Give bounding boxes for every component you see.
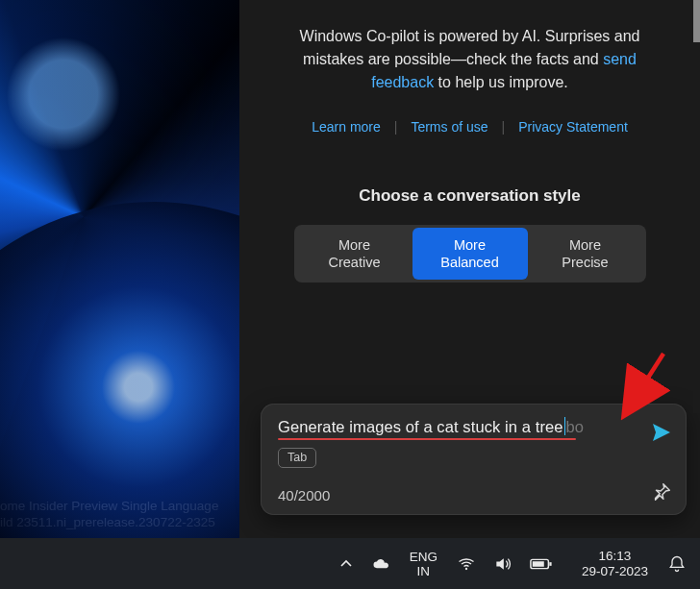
build-watermark: ome Insider Preview Single Language ild … [0, 498, 236, 530]
char-counter: 40/2000 [278, 487, 330, 503]
lang-bottom: IN [417, 564, 431, 578]
onedrive-tray-icon[interactable] [365, 545, 396, 583]
pin-button[interactable] [648, 479, 675, 505]
notifications-button[interactable] [662, 545, 692, 583]
cloud-icon [371, 554, 390, 574]
clock-tray[interactable]: 16:13 29-07-2023 [574, 545, 656, 583]
wifi-icon [457, 554, 476, 574]
tray-overflow-button[interactable] [333, 545, 360, 583]
copilot-panel: Windows Co-pilot is powered by AI. Surpr… [239, 0, 700, 538]
footer-links: Learn more | Terms of use | Privacy Stat… [239, 119, 700, 135]
style-label: More [569, 236, 601, 254]
style-label: More [338, 236, 370, 254]
style-creative-button[interactable]: More Creative [297, 228, 412, 280]
bell-icon [667, 554, 687, 574]
style-precise-button[interactable]: More Precise [528, 228, 643, 280]
conversation-style-group: More Creative More Balanced More Precise [294, 225, 646, 282]
style-label: Balanced [440, 254, 498, 271]
learn-more-link[interactable]: Learn more [298, 119, 394, 135]
prompt-input-text[interactable]: Generate images of a cat stuck in a tree [278, 417, 565, 436]
send-button[interactable] [648, 419, 675, 446]
volume-tray-icon[interactable] [488, 545, 518, 583]
style-balanced-button[interactable]: More Balanced [412, 228, 528, 280]
prompt-input-line[interactable]: Generate images of a cat stuck in a tree… [278, 417, 637, 440]
chevron-up-icon [338, 556, 354, 572]
svg-rect-4 [533, 561, 544, 567]
speaker-icon [493, 554, 512, 574]
pin-icon [651, 481, 672, 503]
scrollbar-thumb[interactable] [693, 0, 700, 42]
battery-tray-icon[interactable] [524, 545, 559, 583]
terms-link[interactable]: Terms of use [397, 119, 501, 135]
taskbar: ENG IN 16:13 29-07-2023 [0, 538, 700, 589]
tab-hint-chip: Tab [278, 448, 316, 468]
desktop-wallpaper: ome Insider Preview Single Language ild … [0, 0, 239, 538]
language-indicator[interactable]: ENG IN [402, 545, 445, 583]
battery-icon [530, 554, 553, 574]
clock-date: 29-07-2023 [582, 564, 648, 579]
svg-rect-3 [549, 562, 551, 566]
disclaimer-post: to help us improve. [434, 74, 568, 90]
prompt-input-value: Generate images of a cat stuck in a tree [278, 418, 563, 435]
svg-point-1 [465, 567, 467, 569]
style-label: More [454, 236, 486, 254]
clock-time: 16:13 [599, 549, 632, 564]
wifi-tray-icon[interactable] [451, 545, 482, 583]
prompt-input-box[interactable]: Generate images of a cat stuck in a tree… [261, 404, 687, 515]
ghost-suggestion-tail: bo [566, 418, 584, 435]
style-label: Creative [329, 254, 381, 271]
disclaimer-pre: Windows Co-pilot is powered by AI. Surpr… [300, 28, 640, 67]
watermark-line-2: ild 23511.ni_prerelease.230722-2325 [0, 514, 236, 530]
panel-scrollbar[interactable] [693, 0, 700, 413]
privacy-link[interactable]: Privacy Statement [505, 119, 641, 135]
disclaimer-text: Windows Co-pilot is powered by AI. Surpr… [270, 25, 669, 94]
send-icon [650, 421, 673, 444]
spellcheck-underline [278, 438, 576, 440]
text-caret [564, 417, 565, 435]
style-heading: Choose a conversation style [239, 186, 700, 206]
style-label: Precise [562, 254, 608, 271]
lang-top: ENG [410, 550, 438, 564]
watermark-line-1: ome Insider Preview Single Language [0, 498, 236, 514]
